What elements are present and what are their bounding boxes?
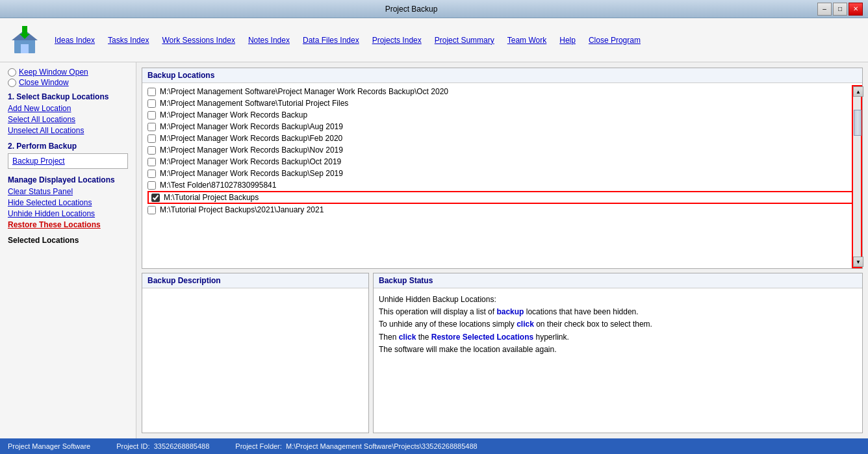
location-item: M:\Project Management Software\Project M… xyxy=(147,86,857,97)
minimize-button[interactable]: – xyxy=(817,3,832,16)
titlebar-title: Project Backup xyxy=(5,5,817,14)
location-label-loc10: M:\Tutorial Project Backups xyxy=(164,193,259,202)
app-logo xyxy=(5,22,44,58)
location-item: M:\Project Management Software\Tutorial … xyxy=(147,97,857,109)
restore-these-locations-link[interactable]: Restore These Locations xyxy=(8,220,128,229)
scroll-up-button[interactable]: ▲ xyxy=(853,86,863,97)
location-checkbox-loc10[interactable] xyxy=(151,194,160,202)
close-window-label[interactable]: Close Window xyxy=(19,78,69,87)
section2: 2. Perform Backup Backup Project xyxy=(8,142,128,169)
backup-status-content: Unhide Hidden Backup Locations:This oper… xyxy=(374,288,862,433)
location-label-loc11: M:\Tutorial Project Backups\2021\January… xyxy=(160,205,324,214)
close-window-radio[interactable] xyxy=(8,79,16,87)
backup-locations-header: Backup Locations xyxy=(142,68,862,83)
location-item: M:\Project Manager Work Records Backup\O… xyxy=(147,156,857,168)
location-checkbox-loc8[interactable] xyxy=(147,170,156,178)
nav-project-summary[interactable]: Project Summary xyxy=(435,36,494,45)
scrollbar-thumb-area xyxy=(853,97,861,257)
titlebar-controls: – □ ✕ xyxy=(817,3,863,16)
content-area: Backup Locations M:\Project Management S… xyxy=(136,62,868,438)
location-checkbox-loc4[interactable] xyxy=(147,123,156,131)
statusbar: Project Manager Software Project ID: 335… xyxy=(0,438,868,454)
clear-status-panel-link[interactable]: Clear Status Panel xyxy=(8,187,128,196)
nav-help[interactable]: Help xyxy=(559,36,576,45)
svg-rect-2 xyxy=(21,44,29,53)
backup-locations-panel: Backup Locations M:\Project Management S… xyxy=(142,68,863,269)
navbar: Ideas Index Tasks Index Work Sessions In… xyxy=(0,18,868,62)
nav-data-files-index[interactable]: Data Files Index xyxy=(303,36,359,45)
location-label-loc7: M:\Project Manager Work Records Backup\O… xyxy=(160,157,341,166)
hide-selected-locations-link[interactable]: Hide Selected Locations xyxy=(8,198,128,207)
software-label: Project Manager Software xyxy=(8,442,90,450)
nav-notes-index[interactable]: Notes Index xyxy=(248,36,290,45)
location-label-loc6: M:\Project Manager Work Records Backup\N… xyxy=(160,145,343,155)
backup-description-header: Backup Description xyxy=(142,273,368,288)
nav-team-work[interactable]: Team Work xyxy=(507,36,546,45)
logo-icon xyxy=(9,25,40,56)
location-item: M:\Project Manager Work Records Backup\N… xyxy=(147,144,857,156)
bottom-panels: Backup Description Backup Status Unhide … xyxy=(142,273,863,433)
keep-window-open-radio[interactable] xyxy=(8,68,16,77)
section1-title: 1. Select Backup Locations xyxy=(8,92,128,101)
nav-tasks-index[interactable]: Tasks Index xyxy=(108,36,149,45)
location-item: M:\Project Manager Work Records Backup\A… xyxy=(147,121,857,132)
location-item: M:\Tutorial Project Backups\2021\January… xyxy=(147,204,857,216)
backup-status-header: Backup Status xyxy=(374,273,862,288)
location-item: M:\Test Folder\871027830995841 xyxy=(147,179,857,191)
keep-window-open-item: Keep Window Open xyxy=(8,68,128,77)
nav-ideas-index[interactable]: Ideas Index xyxy=(55,36,95,45)
project-folder-value: M:\Project Management Software\Projects\… xyxy=(286,442,478,450)
scrollbar-thumb[interactable] xyxy=(854,110,862,136)
location-label-loc4: M:\Project Manager Work Records Backup\A… xyxy=(160,122,343,131)
status-text: Unhide Hidden Backup Locations:This oper… xyxy=(379,294,857,356)
selected-locations-label: Selected Locations xyxy=(8,236,128,245)
main-layout: Keep Window Open Close Window 1. Select … xyxy=(0,62,868,438)
location-checkbox-loc9[interactable] xyxy=(147,181,156,190)
unselect-all-locations-link[interactable]: Unselect All Locations xyxy=(8,126,128,135)
backup-project-box: Backup Project xyxy=(8,153,128,169)
close-window-item: Close Window xyxy=(8,78,128,87)
maximize-button[interactable]: □ xyxy=(833,3,847,16)
location-checkbox-loc3[interactable] xyxy=(147,111,156,120)
backup-description-panel: Backup Description xyxy=(142,273,369,433)
keep-window-open-label[interactable]: Keep Window Open xyxy=(19,68,88,77)
location-item: M:\Project Manager Work Records Backup xyxy=(147,109,857,121)
location-checkbox-loc6[interactable] xyxy=(147,146,156,155)
add-new-location-link[interactable]: Add New Location xyxy=(8,104,128,113)
backup-project-link[interactable]: Backup Project xyxy=(12,157,123,166)
location-label-loc1: M:\Project Management Software\Project M… xyxy=(160,87,448,96)
locations-list[interactable]: M:\Project Management Software\Project M… xyxy=(142,83,862,266)
location-checkbox-loc1[interactable] xyxy=(147,88,156,96)
location-label-loc5: M:\Project Manager Work Records Backup\F… xyxy=(160,134,342,143)
nav-links: Ideas Index Tasks Index Work Sessions In… xyxy=(55,36,641,45)
titlebar: Project Backup – □ ✕ xyxy=(0,0,868,18)
location-item: M:\Tutorial Project Backups xyxy=(147,191,857,204)
select-all-locations-link[interactable]: Select All Locations xyxy=(8,115,128,124)
section3: Manage Displayed Locations Clear Status … xyxy=(8,175,128,229)
sidebar: Keep Window Open Close Window 1. Select … xyxy=(0,62,136,438)
nav-close-program[interactable]: Close Program xyxy=(589,36,641,45)
location-checkbox-loc7[interactable] xyxy=(147,158,156,166)
unhide-hidden-locations-link[interactable]: Unhide Hidden Locations xyxy=(8,209,128,218)
location-checkbox-loc5[interactable] xyxy=(147,134,156,143)
close-button[interactable]: ✕ xyxy=(849,3,863,16)
project-folder-label: Project Folder: xyxy=(235,442,282,450)
project-id: Project ID: 33526268885488 xyxy=(116,442,209,450)
nav-projects-index[interactable]: Projects Index xyxy=(372,36,422,45)
location-checkbox-loc2[interactable] xyxy=(147,99,156,108)
location-checkbox-loc11[interactable] xyxy=(147,206,156,214)
window-mode-radio-group: Keep Window Open Close Window xyxy=(8,68,128,87)
scroll-down-button[interactable]: ▼ xyxy=(853,257,863,267)
location-label-loc3: M:\Project Manager Work Records Backup xyxy=(160,110,307,120)
project-id-value: 33526268885488 xyxy=(154,442,210,450)
status-line-2: To unhide any of these locations simply … xyxy=(379,318,857,331)
nav-work-sessions-index[interactable]: Work Sessions Index xyxy=(162,36,235,45)
status-line-3: Then click the Restore Selected Location… xyxy=(379,331,857,344)
section2-title: 2. Perform Backup xyxy=(8,142,128,151)
backup-description-content xyxy=(142,288,368,433)
project-id-label: Project ID: xyxy=(116,442,149,450)
scrollbar-track[interactable]: ▲ ▼ xyxy=(852,85,862,268)
location-label-loc8: M:\Project Manager Work Records Backup\S… xyxy=(160,169,343,178)
location-item: M:\Project Manager Work Records Backup\F… xyxy=(147,132,857,144)
location-item: M:\Project Manager Work Records Backup\S… xyxy=(147,168,857,179)
